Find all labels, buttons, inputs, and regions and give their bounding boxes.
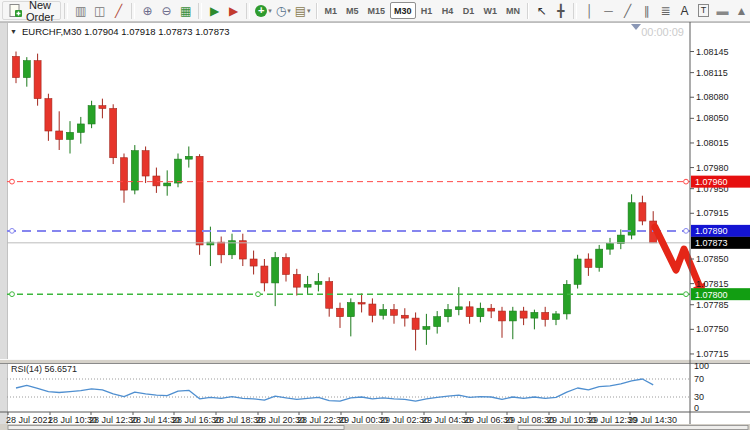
candlestick-icon[interactable]: ◫ — [90, 1, 109, 20]
horizontal-line-icon[interactable]: ─ — [599, 1, 618, 20]
text-label-icon[interactable]: T — [694, 1, 713, 20]
candle-body — [185, 156, 192, 159]
minimized-window-tab[interactable] — [8, 426, 344, 430]
zoom-out-icon: ⊖ — [162, 5, 172, 17]
price-axis-label: 1.08050 — [696, 113, 729, 123]
candle-body — [585, 259, 592, 267]
hline-handle[interactable] — [684, 179, 689, 184]
timeframe-m1-button[interactable]: M1 — [321, 2, 342, 19]
candle-body — [542, 312, 549, 319]
timeframe-m5-button[interactable]: M5 — [342, 2, 363, 19]
chart-header: ▼ EURCHF,M30 1.07904 1.07918 1.07873 1.0… — [10, 26, 230, 37]
bar-chart-icon[interactable]: ▥ — [71, 1, 90, 20]
hline-handle[interactable] — [10, 292, 15, 297]
templates-icon[interactable]: ▤▾ — [293, 1, 313, 20]
price-axis-label: 1.07750 — [696, 324, 729, 334]
hline-handle[interactable] — [10, 179, 15, 184]
crosshair-icon[interactable]: ╋ — [551, 1, 570, 20]
price-axis-label: 1.07915 — [696, 208, 729, 218]
candle-body — [391, 310, 398, 316]
candle-body — [23, 61, 30, 78]
candle-body — [574, 259, 581, 284]
candle-body — [477, 308, 484, 316]
candle-body — [531, 312, 538, 318]
line-chart-icon[interactable]: ╱ — [109, 1, 128, 20]
candle-body — [131, 151, 138, 190]
timeframe-h4-button[interactable]: H4 — [438, 2, 458, 19]
candle-body — [315, 282, 322, 285]
candlestick-icon: ◫ — [94, 5, 105, 17]
periods-icon[interactable]: ◷▾ — [274, 1, 293, 20]
cursor-icon[interactable]: ↖ — [532, 1, 551, 20]
timeframe-h1-button[interactable]: H1 — [417, 2, 437, 19]
new-order-button[interactable]: New Order — [2, 1, 61, 20]
candle-body — [34, 61, 41, 99]
timeframe-mn-button[interactable]: MN — [502, 2, 524, 19]
chart-shift-icon[interactable]: ▶ — [224, 1, 243, 20]
crosshair-icon: ╋ — [557, 5, 564, 17]
zoom-out-icon[interactable]: ⊖ — [157, 1, 176, 20]
price-line-label: 1.07890 — [695, 226, 728, 236]
hline-handle[interactable] — [10, 228, 15, 233]
chart-shift-icon: ▶ — [229, 5, 238, 17]
candle-body — [553, 314, 560, 320]
auto-scroll-icon: ▶ — [210, 5, 219, 17]
candle-body — [455, 307, 462, 310]
bar-chart-icon: ▥ — [75, 5, 86, 17]
chart-collapse-toggle[interactable]: ▼ — [10, 28, 17, 35]
equidistant-channel-icon: ∥ — [644, 5, 650, 17]
timeframe-d1-button[interactable]: D1 — [459, 2, 479, 19]
candle-body — [639, 203, 646, 221]
zoom-in-icon[interactable]: ⊕ — [138, 1, 157, 20]
rsi-axis-label: 70 — [694, 374, 704, 384]
rsi-axis-label: 30 — [694, 392, 704, 402]
minimized-window-tab[interactable] — [518, 426, 748, 430]
chart-window: RSI(14) 56.65711.081451.081151.080801.08… — [0, 22, 750, 430]
candle-body — [369, 304, 376, 315]
fibonacci-icon[interactable]: ≣ — [656, 1, 675, 20]
horizontal-line-icon: ─ — [604, 5, 613, 17]
shapes-icon[interactable]: ▬ — [713, 1, 732, 20]
timeframe-w1-button[interactable]: W1 — [480, 2, 502, 19]
price-line-label: 1.07960 — [695, 177, 728, 187]
hline-handle[interactable] — [684, 292, 689, 297]
new-order-icon — [9, 4, 22, 17]
candle-body — [56, 131, 63, 139]
arrows-icon: ▲ — [736, 5, 748, 17]
timeframe-m30-button[interactable]: M30 — [390, 2, 416, 19]
candle-body — [261, 266, 268, 283]
rsi-axis-label: 100 — [694, 361, 709, 371]
trendline-icon: ╱ — [624, 5, 631, 17]
line-chart-icon: ╱ — [115, 5, 122, 17]
candle-body — [337, 308, 344, 316]
vertical-line-icon: │ — [586, 5, 594, 17]
candle-body — [67, 132, 74, 139]
text-icon: A — [681, 5, 689, 17]
rsi-label: RSI(14) 56.6571 — [11, 364, 77, 374]
candle-body — [596, 249, 603, 267]
candle-body — [99, 106, 106, 109]
hline-handle[interactable] — [256, 292, 261, 297]
text-icon[interactable]: A — [675, 1, 694, 20]
arrows-icon[interactable]: ▲ — [732, 1, 750, 20]
candle-body — [283, 258, 290, 275]
candle-body — [293, 274, 300, 287]
dropdown-caret-icon: ▾ — [307, 7, 311, 14]
indicators-icon[interactable]: +▾ — [253, 1, 274, 20]
candle-body — [380, 310, 387, 316]
dropdown-caret-icon: ▾ — [287, 7, 291, 14]
price-axis-label: 1.07815 — [696, 279, 729, 289]
cursor-icon: ↖ — [537, 5, 547, 17]
tile-windows-icon[interactable]: ▦ — [176, 1, 195, 20]
candle-body — [509, 311, 516, 321]
candle-body — [272, 258, 279, 283]
auto-scroll-icon[interactable]: ▶ — [205, 1, 224, 20]
equidistant-channel-icon[interactable]: ∥ — [637, 1, 656, 20]
candle-body — [239, 241, 246, 259]
templates-icon: ▤ — [295, 5, 306, 17]
timeframe-m15-button[interactable]: M15 — [364, 2, 390, 19]
candle-body — [218, 242, 225, 255]
trendline-icon[interactable]: ╱ — [618, 1, 637, 20]
hline-handle[interactable] — [684, 228, 689, 233]
vertical-line-icon[interactable]: │ — [580, 1, 599, 20]
